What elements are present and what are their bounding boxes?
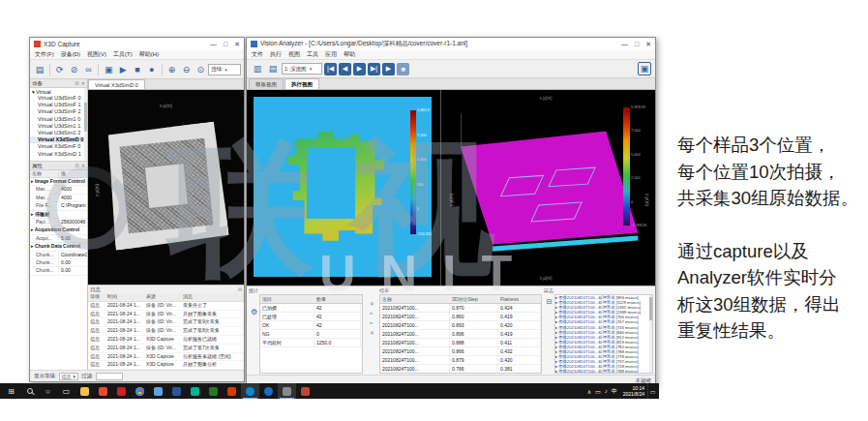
save-icon[interactable]: ▤ <box>266 62 280 75</box>
table-row[interactable]: 20210824T100...0.8960.419 <box>380 330 541 339</box>
table-row[interactable]: OK42 <box>260 321 362 330</box>
table-row[interactable]: 20210824T100...0.8600.419 <box>380 313 541 321</box>
open-icon[interactable]: ▥ <box>251 62 264 75</box>
minimize-button[interactable]: — <box>210 38 217 50</box>
tree-item[interactable]: Virtual U3dSimF 1 <box>30 102 87 108</box>
table-row[interactable]: 已处理42 <box>260 313 362 321</box>
prop-row[interactable]: Chunk...CoordinateC <box>30 252 87 259</box>
disconnect-icon[interactable]: ⊘ <box>68 63 81 76</box>
log-row[interactable]: 信息2021-08-24 1...设备 (ID: Vir...开始了图像采集 <box>88 311 244 319</box>
tree-root-virtual[interactable]: ▾ Virtual <box>30 88 87 95</box>
log-row[interactable]: 信息2021-08-24 1...X3D Capture开始了图像分析 <box>88 361 244 370</box>
log-row[interactable]: 信息2021-08-24 1...设备 (ID: Vir...完成了第8次采集 <box>88 327 244 336</box>
table-row[interactable]: NG0 <box>260 330 362 339</box>
menu-item[interactable]: 视图(V) <box>87 50 106 59</box>
filter-input[interactable] <box>96 373 123 380</box>
tree-item[interactable]: Virtual U3dSim1 1 <box>30 123 87 130</box>
log-row[interactable]: 信息2021-08-24 1...设备 (ID: Vir...完成了第7次采集 <box>88 345 244 353</box>
log-row[interactable]: 信息2021-08-24 1...设备 (ID: Vir...采集停止了 <box>88 302 244 311</box>
tab-template-view[interactable]: 模板视图 <box>249 78 284 89</box>
green-app-icon[interactable] <box>204 383 223 399</box>
prop-row[interactable]: Chunk...0.00 <box>30 267 87 275</box>
prop-group-row[interactable]: ▸ Acquisition Control <box>30 226 87 234</box>
menu-item[interactable]: 文件(F) <box>35 50 54 59</box>
scroll-bottom-icon[interactable]: » <box>369 331 374 335</box>
last-frame-button[interactable]: ▶| <box>368 63 380 75</box>
stop-button[interactable]: ■ <box>397 63 409 75</box>
log-col-header[interactable]: 消息 <box>181 293 244 301</box>
security-icon[interactable] <box>94 383 112 399</box>
maximize-button[interactable]: □ <box>635 38 639 50</box>
log-row[interactable]: 信息2021-08-24 1...X3D Capture分析服务已就绪 <box>88 336 244 345</box>
column-header[interactable]: 项目 <box>260 295 314 303</box>
tray-icon[interactable]: ▭ <box>595 388 601 395</box>
tree-item[interactable]: Virtual U3dSimF 2 <box>30 108 87 115</box>
log-scrollbar[interactable] <box>649 295 652 373</box>
float-icon[interactable]: ⊡ <box>238 286 242 293</box>
tray-icon[interactable]: 中 <box>612 387 617 396</box>
close-icon[interactable]: ✕ <box>81 163 85 168</box>
tray-expand-icon[interactable]: ∧ <box>587 388 591 395</box>
tab-run-view[interactable]: 执行视图 <box>284 78 319 89</box>
tree-item[interactable]: Virtual U3dSim1 2 <box>30 130 87 136</box>
heightmap-view[interactable]: 1,865.91,5001,0005000-514.326 <box>247 90 441 286</box>
log-col-header[interactable]: 时间 <box>105 293 144 301</box>
prev-frame-button[interactable]: ◀ <box>339 63 351 75</box>
menu-item[interactable]: 工具 <box>307 50 318 59</box>
capture-3d-canvas[interactable]: x μ(m) y μ(m) <box>88 90 244 285</box>
red-app2-icon[interactable] <box>296 383 314 399</box>
maximize-button[interactable]: □ <box>224 38 227 50</box>
first-frame-button[interactable]: |◀ <box>324 63 337 75</box>
tree-item[interactable]: Virtual U3dSim1 0 <box>30 116 87 123</box>
video-icon[interactable]: ▶ <box>116 63 130 76</box>
folder-yellow-icon[interactable] <box>75 383 94 399</box>
column-header[interactable]: 名称 <box>380 295 450 303</box>
next-frame-button[interactable]: ▶ <box>353 63 366 75</box>
table-row[interactable]: 20210824T100...0.8700.424 <box>380 304 541 313</box>
scroll-down-icon[interactable]: › <box>369 322 374 324</box>
zoom-fit-icon[interactable]: ⊙ <box>194 63 207 76</box>
log-col-header[interactable]: 来源 <box>144 293 181 301</box>
refresh-icon[interactable]: ⟳ <box>53 63 67 76</box>
task-view-icon[interactable]: ▭ <box>57 383 75 399</box>
table-row[interactable]: 已拍摄42 <box>260 304 362 313</box>
teal-app-icon[interactable] <box>186 383 204 399</box>
menu-item[interactable]: 设备(D) <box>61 50 80 59</box>
table-row[interactable]: 20210824T100...0.8660.432 <box>380 347 541 356</box>
prop-row[interactable]: Acqui...5.00 <box>30 235 87 243</box>
connect-icon[interactable]: ∞ <box>82 63 96 76</box>
prop-group-row[interactable]: ▸ Chunk Data Control <box>30 243 87 251</box>
globe-app-icon[interactable] <box>259 383 278 399</box>
clear-log-icon[interactable]: ⊟ <box>547 298 553 374</box>
menu-item[interactable]: 视图 <box>288 50 300 59</box>
prop-group-row[interactable]: ▸ Image Format Control <box>30 178 87 186</box>
zoom-in-icon[interactable]: ⊕ <box>165 63 179 76</box>
stop-icon[interactable]: ■ <box>131 63 144 76</box>
table-row[interactable]: 20210824T100...0.8930.420 <box>380 321 541 330</box>
scroll-top-icon[interactable]: « <box>369 302 374 306</box>
camera-icon[interactable]: ▣ <box>102 63 115 76</box>
scroll-up-icon[interactable]: ‹ <box>369 313 374 315</box>
prop-row[interactable]: Max ...4000 <box>30 186 87 194</box>
snapshot-icon[interactable]: ▣ <box>638 62 651 75</box>
close-button[interactable]: ✕ <box>234 38 240 50</box>
prop-row[interactable]: Payl...256000048 <box>30 219 87 226</box>
tree-item[interactable]: Virtual X3dSimF 0 <box>30 143 87 150</box>
menu-item[interactable]: 执行 <box>270 50 282 59</box>
log-entry[interactable]: ▸图像20210824T100...处理完成[788 msecs] <box>555 369 648 374</box>
table-row[interactable]: 20210824T100...0.7660.381 <box>380 365 541 374</box>
tray-icon[interactable]: ♪ <box>605 388 608 394</box>
view-select-dropdown[interactable]: 1: 深度图 ▾ <box>282 63 322 75</box>
menu-item[interactable]: 应用 <box>325 50 337 59</box>
capture-app-icon[interactable] <box>278 383 296 399</box>
tree-item[interactable]: Virtual X3dSimD 1 <box>30 151 87 158</box>
menu-item[interactable]: 文件 <box>252 50 263 59</box>
tree-item[interactable]: Virtual U3dSimF 0 <box>30 95 87 102</box>
run-button[interactable]: ▶ <box>382 63 395 75</box>
column-header[interactable]: 数量 <box>314 295 361 303</box>
log-row[interactable]: 信息2021-08-24 1...设备 (ID: Vir...完成了第9次采集 <box>88 318 244 327</box>
minimize-button[interactable]: — <box>621 38 628 50</box>
start-button[interactable]: ⊞ <box>2 383 20 399</box>
prop-group-row[interactable]: ▸ 传输层 <box>30 211 87 219</box>
prop-row[interactable]: Max ...4000 <box>30 195 87 202</box>
